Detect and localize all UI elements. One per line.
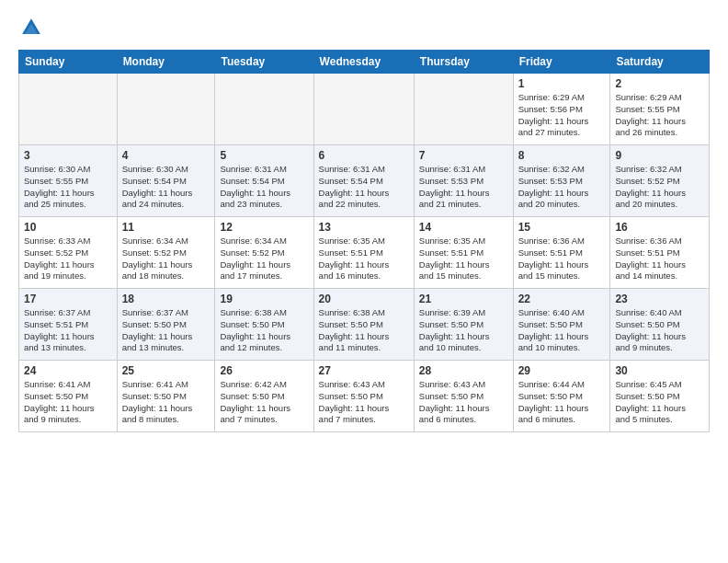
day-number: 18 — [122, 293, 210, 305]
day-info: Sunrise: 6:30 AM Sunset: 5:54 PM Dayligh… — [122, 164, 210, 211]
calendar-cell: 1Sunrise: 6:29 AM Sunset: 5:56 PM Daylig… — [513, 74, 610, 145]
calendar-cell: 17Sunrise: 6:37 AM Sunset: 5:51 PM Dayli… — [19, 289, 118, 361]
day-info: Sunrise: 6:31 AM Sunset: 5:53 PM Dayligh… — [419, 164, 508, 211]
calendar-cell: 15Sunrise: 6:36 AM Sunset: 5:51 PM Dayli… — [513, 217, 610, 289]
header — [18, 15, 710, 40]
day-number: 27 — [319, 364, 409, 377]
day-info: Sunrise: 6:34 AM Sunset: 5:52 PM Dayligh… — [220, 236, 308, 282]
day-number: 20 — [319, 293, 409, 305]
weekday-header-saturday: Saturday — [610, 51, 710, 74]
day-number: 23 — [615, 293, 704, 305]
logo-icon — [18, 15, 44, 40]
day-number: 8 — [518, 149, 606, 162]
day-info: Sunrise: 6:37 AM Sunset: 5:51 PM Dayligh… — [24, 307, 112, 354]
day-info: Sunrise: 6:41 AM Sunset: 5:50 PM Dayligh… — [122, 379, 210, 426]
day-info: Sunrise: 6:31 AM Sunset: 5:54 PM Dayligh… — [220, 164, 308, 211]
day-info: Sunrise: 6:44 AM Sunset: 5:50 PM Dayligh… — [518, 379, 606, 426]
day-info: Sunrise: 6:38 AM Sunset: 5:50 PM Dayligh… — [220, 307, 308, 354]
calendar-cell: 22Sunrise: 6:40 AM Sunset: 5:50 PM Dayli… — [513, 289, 610, 361]
calendar-cell — [215, 74, 313, 145]
day-number: 28 — [419, 364, 508, 377]
calendar-cell: 30Sunrise: 6:45 AM Sunset: 5:50 PM Dayli… — [610, 361, 710, 432]
weekday-header-tuesday: Tuesday — [215, 51, 313, 74]
calendar-cell: 23Sunrise: 6:40 AM Sunset: 5:50 PM Dayli… — [610, 289, 710, 361]
day-info: Sunrise: 6:35 AM Sunset: 5:51 PM Dayligh… — [319, 236, 409, 282]
calendar-cell: 27Sunrise: 6:43 AM Sunset: 5:50 PM Dayli… — [313, 361, 414, 432]
day-number: 30 — [615, 364, 704, 377]
weekday-header-sunday: Sunday — [19, 51, 118, 74]
calendar-cell — [313, 74, 414, 145]
calendar-cell: 9Sunrise: 6:32 AM Sunset: 5:52 PM Daylig… — [610, 145, 710, 217]
weekday-header-wednesday: Wednesday — [313, 51, 414, 74]
calendar-cell: 11Sunrise: 6:34 AM Sunset: 5:52 PM Dayli… — [117, 217, 215, 289]
week-row-4: 17Sunrise: 6:37 AM Sunset: 5:51 PM Dayli… — [19, 289, 710, 361]
day-number: 4 — [122, 149, 210, 162]
day-info: Sunrise: 6:39 AM Sunset: 5:50 PM Dayligh… — [419, 307, 508, 354]
day-number: 15 — [518, 221, 606, 234]
day-info: Sunrise: 6:31 AM Sunset: 5:54 PM Dayligh… — [319, 164, 409, 211]
calendar-cell: 5Sunrise: 6:31 AM Sunset: 5:54 PM Daylig… — [215, 145, 313, 217]
day-info: Sunrise: 6:42 AM Sunset: 5:50 PM Dayligh… — [220, 379, 308, 426]
day-info: Sunrise: 6:38 AM Sunset: 5:50 PM Dayligh… — [319, 307, 409, 354]
day-info: Sunrise: 6:33 AM Sunset: 5:52 PM Dayligh… — [24, 236, 112, 282]
calendar-table: SundayMondayTuesdayWednesdayThursdayFrid… — [18, 50, 710, 432]
calendar-cell: 13Sunrise: 6:35 AM Sunset: 5:51 PM Dayli… — [313, 217, 414, 289]
calendar-cell: 21Sunrise: 6:39 AM Sunset: 5:50 PM Dayli… — [414, 289, 513, 361]
calendar-cell: 29Sunrise: 6:44 AM Sunset: 5:50 PM Dayli… — [513, 361, 610, 432]
day-number: 2 — [615, 77, 704, 90]
calendar-cell: 3Sunrise: 6:30 AM Sunset: 5:55 PM Daylig… — [19, 145, 118, 217]
calendar-cell: 12Sunrise: 6:34 AM Sunset: 5:52 PM Dayli… — [215, 217, 313, 289]
day-number: 13 — [319, 221, 409, 234]
day-info: Sunrise: 6:30 AM Sunset: 5:55 PM Dayligh… — [24, 164, 112, 211]
day-number: 29 — [518, 364, 606, 377]
page: SundayMondayTuesdayWednesdayThursdayFrid… — [0, 0, 728, 442]
calendar-cell — [414, 74, 513, 145]
day-number: 19 — [220, 293, 308, 305]
weekday-header-row: SundayMondayTuesdayWednesdayThursdayFrid… — [19, 51, 710, 74]
calendar-cell — [19, 74, 118, 145]
day-info: Sunrise: 6:29 AM Sunset: 5:56 PM Dayligh… — [518, 92, 606, 139]
calendar-cell: 26Sunrise: 6:42 AM Sunset: 5:50 PM Dayli… — [215, 361, 313, 432]
weekday-header-thursday: Thursday — [414, 51, 513, 74]
day-info: Sunrise: 6:32 AM Sunset: 5:52 PM Dayligh… — [615, 164, 704, 211]
day-number: 17 — [24, 293, 112, 305]
day-number: 25 — [122, 364, 210, 377]
calendar-cell: 25Sunrise: 6:41 AM Sunset: 5:50 PM Dayli… — [117, 361, 215, 432]
day-number: 5 — [220, 149, 308, 162]
week-row-1: 1Sunrise: 6:29 AM Sunset: 5:56 PM Daylig… — [19, 74, 710, 145]
day-number: 24 — [24, 364, 112, 377]
day-info: Sunrise: 6:29 AM Sunset: 5:55 PM Dayligh… — [615, 92, 704, 139]
day-info: Sunrise: 6:34 AM Sunset: 5:52 PM Dayligh… — [122, 236, 210, 282]
weekday-header-monday: Monday — [117, 51, 215, 74]
day-number: 16 — [615, 221, 704, 234]
day-info: Sunrise: 6:45 AM Sunset: 5:50 PM Dayligh… — [615, 379, 704, 426]
logo — [18, 15, 48, 40]
calendar-cell: 2Sunrise: 6:29 AM Sunset: 5:55 PM Daylig… — [610, 74, 710, 145]
calendar-cell: 20Sunrise: 6:38 AM Sunset: 5:50 PM Dayli… — [313, 289, 414, 361]
day-info: Sunrise: 6:40 AM Sunset: 5:50 PM Dayligh… — [518, 307, 606, 354]
day-number: 9 — [615, 149, 704, 162]
day-info: Sunrise: 6:41 AM Sunset: 5:50 PM Dayligh… — [24, 379, 112, 426]
calendar-cell: 8Sunrise: 6:32 AM Sunset: 5:53 PM Daylig… — [513, 145, 610, 217]
day-number: 14 — [419, 221, 508, 234]
calendar-cell: 10Sunrise: 6:33 AM Sunset: 5:52 PM Dayli… — [19, 217, 118, 289]
day-number: 6 — [319, 149, 409, 162]
day-info: Sunrise: 6:35 AM Sunset: 5:51 PM Dayligh… — [419, 236, 508, 282]
calendar-cell: 18Sunrise: 6:37 AM Sunset: 5:50 PM Dayli… — [117, 289, 215, 361]
day-info: Sunrise: 6:43 AM Sunset: 5:50 PM Dayligh… — [419, 379, 508, 426]
week-row-2: 3Sunrise: 6:30 AM Sunset: 5:55 PM Daylig… — [19, 145, 710, 217]
calendar-cell — [117, 74, 215, 145]
day-number: 7 — [419, 149, 508, 162]
day-number: 12 — [220, 221, 308, 234]
day-number: 26 — [220, 364, 308, 377]
day-number: 21 — [419, 293, 508, 305]
calendar-cell: 6Sunrise: 6:31 AM Sunset: 5:54 PM Daylig… — [313, 145, 414, 217]
day-number: 1 — [518, 77, 606, 90]
week-row-5: 24Sunrise: 6:41 AM Sunset: 5:50 PM Dayli… — [19, 361, 710, 432]
calendar-cell: 24Sunrise: 6:41 AM Sunset: 5:50 PM Dayli… — [19, 361, 118, 432]
calendar-cell: 7Sunrise: 6:31 AM Sunset: 5:53 PM Daylig… — [414, 145, 513, 217]
day-number: 10 — [24, 221, 112, 234]
calendar-cell: 19Sunrise: 6:38 AM Sunset: 5:50 PM Dayli… — [215, 289, 313, 361]
day-info: Sunrise: 6:36 AM Sunset: 5:51 PM Dayligh… — [615, 236, 704, 282]
calendar-cell: 28Sunrise: 6:43 AM Sunset: 5:50 PM Dayli… — [414, 361, 513, 432]
